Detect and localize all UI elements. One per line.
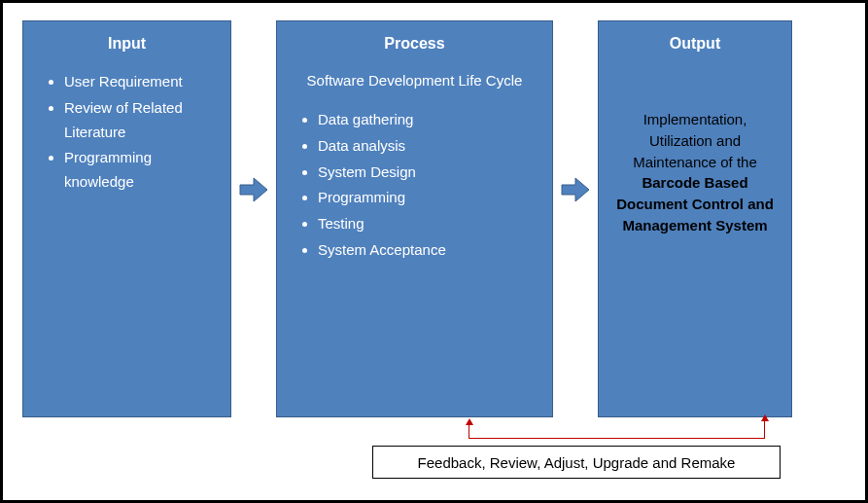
list-item: Programming bbox=[318, 186, 542, 210]
output-box: Output Implementation, Utilization and M… bbox=[598, 20, 792, 417]
arrow-right-icon bbox=[561, 176, 590, 203]
output-bold-text: Barcode Based Document Control and Manag… bbox=[616, 174, 774, 234]
feedback-label-box: Feedback, Review, Adjust, Upgrade and Re… bbox=[372, 446, 781, 479]
list-item: User Requirement bbox=[64, 70, 221, 94]
list-item: Review of Related Literature bbox=[64, 96, 221, 145]
process-list: Data gathering Data analysis System Desi… bbox=[287, 108, 542, 263]
arrowhead-up-icon bbox=[466, 418, 473, 425]
list-item: System Design bbox=[318, 161, 542, 185]
input-list: User Requirement Review of Related Liter… bbox=[33, 70, 221, 195]
arrowhead-up-icon bbox=[761, 414, 769, 421]
feedback-connector bbox=[764, 419, 765, 439]
output-prefix: Implementation, Utilization and Maintena… bbox=[633, 111, 757, 170]
list-item: System Acceptance bbox=[318, 238, 542, 263]
output-title: Output bbox=[608, 35, 781, 53]
list-item: Testing bbox=[318, 212, 542, 236]
list-item: Programming knowledge bbox=[64, 146, 221, 195]
output-text: Implementation, Utilization and Maintena… bbox=[608, 109, 781, 236]
input-box: Input User Requirement Review of Related… bbox=[22, 20, 231, 417]
list-item: Data analysis bbox=[318, 134, 542, 159]
feedback-connector bbox=[469, 423, 469, 439]
list-item: Data gathering bbox=[318, 108, 542, 132]
input-title: Input bbox=[33, 35, 221, 53]
diagram-row: Input User Requirement Review of Related… bbox=[22, 20, 846, 417]
diagram-frame: Input User Requirement Review of Related… bbox=[0, 0, 868, 503]
feedback-connector bbox=[469, 438, 765, 439]
feedback-label: Feedback, Review, Adjust, Upgrade and Re… bbox=[418, 454, 736, 471]
arrow-right-icon bbox=[239, 176, 268, 203]
process-subtitle: Software Development Life Cycle bbox=[287, 70, 542, 90]
process-title: Process bbox=[287, 35, 542, 53]
process-box: Process Software Development Life Cycle … bbox=[276, 20, 553, 417]
